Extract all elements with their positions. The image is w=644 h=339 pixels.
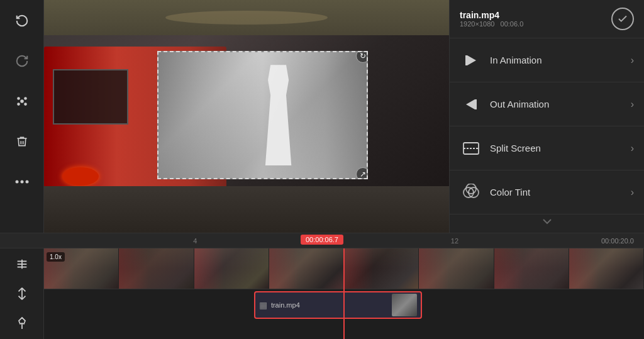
file-name: train.mp4 (460, 10, 523, 20)
svg-point-7 (25, 181, 28, 184)
playhead[interactable] (343, 248, 345, 339)
main-area: ↻ ↗ train.mp4 1920×1080 00:06.0 (0, 0, 644, 233)
color-tint-arrow: › (631, 187, 634, 198)
out-animation-arrow: › (631, 99, 634, 110)
color-tint-icon (460, 181, 482, 204)
svg-point-3 (17, 103, 20, 106)
thumb-cell-4 (269, 248, 344, 289)
end-time-display: 00:00:20.0 (601, 237, 634, 245)
svg-point-4 (24, 103, 27, 106)
file-info-header: train.mp4 1920×1080 00:06.0 (450, 0, 644, 38)
timeline-add-track-button[interactable] (8, 253, 36, 275)
undo-button[interactable] (8, 6, 36, 35)
menu-item-color-tint[interactable]: Color Tint › (450, 170, 644, 214)
timeline-align-button[interactable] (8, 283, 36, 305)
panel-scroll-down[interactable] (450, 214, 644, 228)
svg-point-2 (24, 97, 27, 100)
effects-button[interactable] (8, 87, 36, 116)
right-panel: train.mp4 1920×1080 00:06.0 (449, 0, 644, 233)
svg-point-6 (20, 181, 23, 184)
timeline-tracks: 1.0x ▦ train.mp4 (44, 248, 644, 339)
redo-button[interactable] (8, 47, 36, 75)
file-info-text: train.mp4 1920×1080 00:06.0 (460, 10, 523, 28)
in-animation-label: In Animation (490, 55, 631, 65)
delete-button[interactable] (8, 127, 36, 156)
thumb-cell-7 (494, 248, 569, 289)
split-screen-arrow: › (631, 143, 634, 154)
playhead-time-display: 00:00:06.7 (301, 235, 343, 245)
file-duration: 00:06.0 (501, 20, 524, 28)
in-animation-arrow: › (631, 55, 634, 66)
file-meta: 1920×1080 00:06.0 (460, 20, 523, 28)
timeline-left-toolbar (0, 248, 44, 339)
out-animation-label: Out Animation (490, 99, 631, 109)
svg-rect-9 (465, 55, 467, 65)
color-tint-label: Color Tint (490, 187, 631, 197)
split-screen-icon (460, 137, 482, 160)
menu-item-in-animation[interactable]: In Animation › (450, 38, 644, 82)
ceiling (44, 0, 449, 35)
sub-clip[interactable]: ▦ train.mp4 (254, 291, 422, 319)
timeline-area: 4 12 00:00:06.7 00:00:20.0 (0, 233, 644, 339)
menu-item-out-animation[interactable]: Out Animation › (450, 82, 644, 126)
menu-item-split-screen[interactable]: Split Screen › (450, 126, 644, 170)
sub-clip-filename: train.mp4 (271, 301, 300, 309)
thumb-cell-2 (119, 248, 194, 289)
in-animation-icon (460, 49, 482, 72)
sub-clip-thumbnail (392, 294, 417, 316)
overlay-clip-content (158, 52, 367, 178)
person-silhouette (252, 65, 304, 165)
ruler-marker-4: 4 (193, 237, 197, 245)
scene-background: ↻ ↗ (44, 0, 449, 233)
thumb-cell-8 (569, 248, 644, 289)
resize-handle-bottom-right[interactable]: ↗ (356, 167, 368, 179)
svg-point-5 (15, 181, 18, 184)
svg-marker-8 (467, 55, 476, 65)
check-button[interactable] (611, 8, 634, 30)
track-speed-badge: 1.0x (47, 252, 65, 262)
svg-point-1 (17, 97, 20, 100)
video-preview: ↻ ↗ (44, 0, 449, 233)
thumb-cell-6 (419, 248, 494, 289)
sub-clip-film-icon: ▦ (259, 300, 267, 310)
timeline-pin-button[interactable] (8, 312, 36, 334)
timeline-ruler: 4 12 00:00:06.7 00:00:20.0 (0, 233, 644, 248)
out-animation-icon (460, 93, 482, 116)
overlay-clip[interactable]: ↻ ↗ (157, 51, 368, 179)
svg-point-0 (20, 99, 24, 103)
file-resolution: 1920×1080 (460, 20, 494, 28)
split-screen-label: Split Screen (490, 143, 631, 153)
thumb-cell-3 (194, 248, 269, 289)
platform-floor (44, 186, 449, 233)
more-button[interactable] (8, 167, 36, 196)
left-toolbar (0, 0, 44, 233)
svg-rect-11 (475, 99, 477, 109)
timeline-content: 1.0x ▦ train.mp4 (0, 248, 644, 339)
svg-marker-10 (466, 99, 475, 109)
thumb-cell-5 (344, 248, 419, 289)
ruler-marker-12: 12 (451, 237, 458, 245)
